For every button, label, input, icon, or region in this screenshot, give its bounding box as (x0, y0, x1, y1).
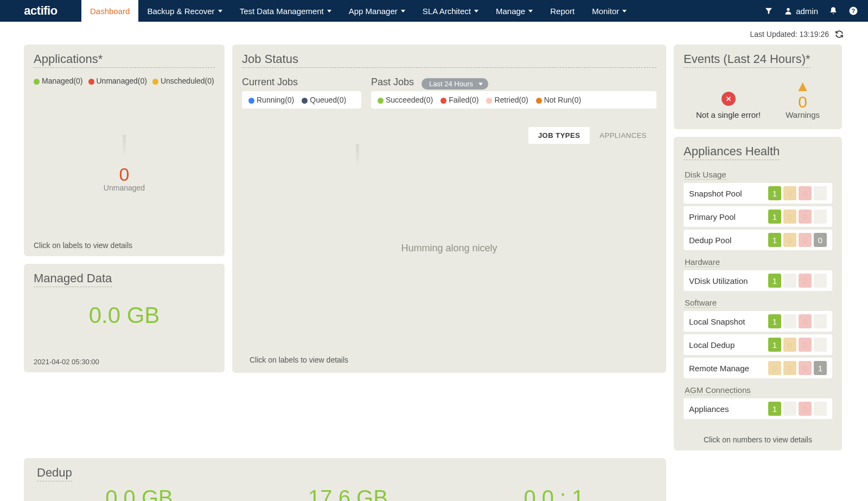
dedup-value: 0.0 GB (104, 486, 175, 501)
legend-label: Running(0) (257, 96, 294, 104)
events-errors[interactable]: Not a single error! (696, 92, 761, 119)
current-jobs-title: Current Jobs (242, 77, 361, 88)
legend-item[interactable]: Retried(0) (486, 96, 528, 104)
nav-item-label: Monitor (592, 7, 619, 16)
health-hint: Click on numbers to view details (684, 435, 832, 444)
nav-item-app-manager[interactable]: App Manager (340, 0, 414, 22)
health-row: Dedup Pool1000 (684, 230, 832, 250)
health-pill[interactable]: 0 (799, 210, 812, 224)
health-pill[interactable]: 0 (799, 274, 812, 288)
health-pill[interactable] (783, 274, 796, 288)
health-pill[interactable]: 1 (768, 314, 781, 328)
user-menu[interactable]: admin (778, 0, 824, 22)
appliances-health-card: Appliances Health Disk UsageSnapshot Poo… (674, 137, 842, 451)
legend-item[interactable]: Failed(0) (441, 96, 478, 104)
nav-item-sla-architect[interactable]: SLA Architect (414, 0, 487, 22)
job-status-card: Job Status Current Jobs Running(0)Queued… (232, 45, 666, 373)
legend-dot (486, 98, 492, 104)
legend-label: Unmanaged(0) (97, 77, 147, 85)
health-pill[interactable]: 0 (814, 233, 827, 247)
dedup-metric: 17.6 GBDedup Used (308, 486, 388, 501)
health-row: Appliances1 0 (684, 398, 832, 419)
managed-data-timestamp: 2021-04-02 05:30:00 (34, 358, 99, 366)
health-pill[interactable]: 0 (799, 402, 812, 416)
legend-item[interactable]: Unmanaged(0) (88, 77, 147, 85)
health-pill[interactable] (814, 402, 827, 416)
legend-item[interactable]: Queued(0) (302, 96, 346, 104)
health-pill[interactable]: 0 (799, 361, 812, 375)
nav-item-dashboard[interactable]: Dashboard (81, 0, 138, 22)
health-row-label: Primary Pool (689, 212, 766, 221)
legend-item[interactable]: Managed(0) (34, 77, 83, 85)
appliances-health-title: Appliances Health (684, 144, 780, 160)
legend-item[interactable]: Unscheduled(0) (152, 77, 214, 85)
user-icon (784, 7, 793, 15)
health-pill[interactable] (814, 274, 827, 288)
health-pill[interactable] (783, 402, 796, 416)
health-pill[interactable]: 0 (783, 361, 796, 375)
nav-item-backup-recover[interactable]: Backup & Recover (138, 0, 231, 22)
health-pill[interactable]: 0 (799, 314, 812, 328)
help-icon[interactable]: ? (843, 0, 868, 22)
health-pill[interactable]: 0 (799, 338, 812, 352)
bell-icon[interactable] (824, 0, 843, 22)
health-row: Local Dedup100 (684, 334, 832, 355)
legend-label: Succeeded(0) (386, 96, 433, 104)
nav-item-test-data-management[interactable]: Test Data Management (231, 0, 340, 22)
health-row-label: Local Dedup (689, 340, 766, 350)
applications-title: Applications* (34, 52, 215, 68)
health-section-title: Hardware (685, 257, 720, 267)
health-section-title: Software (685, 298, 717, 308)
warning-icon: ▲ (786, 79, 820, 94)
legend-label: Not Run(0) (544, 96, 581, 104)
health-pill[interactable]: 1 (768, 186, 781, 200)
legend-dot (152, 79, 158, 85)
legend-item[interactable]: Succeeded(0) (378, 96, 433, 104)
health-row-label: VDisk Utilization (689, 276, 766, 286)
nav-item-label: Manage (496, 7, 525, 16)
health-pill[interactable] (814, 186, 827, 200)
health-pill[interactable]: 0 (783, 210, 796, 224)
health-pill[interactable]: 1 (768, 402, 781, 416)
health-pill[interactable]: 0 (799, 186, 812, 200)
legend-item[interactable]: Not Run(0) (536, 96, 581, 104)
job-status-body: Humming along nicely (242, 144, 656, 352)
tab-appliances[interactable]: APPLIANCES (590, 127, 656, 144)
health-pill[interactable]: 1 (768, 233, 781, 247)
health-pill[interactable]: 0 (783, 338, 796, 352)
nav-item-label: Report (550, 7, 575, 16)
health-pill[interactable] (814, 210, 827, 224)
nav-item-monitor[interactable]: Monitor (583, 0, 635, 22)
applications-legend: Managed(0)Unmanaged(0)Unscheduled(0) (34, 77, 215, 85)
svg-text:?: ? (852, 8, 855, 14)
health-pill[interactable]: 0 (799, 233, 812, 247)
health-pill[interactable]: 0 (783, 233, 796, 247)
filter-icon[interactable] (759, 0, 778, 22)
health-pill[interactable]: 1 (768, 338, 781, 352)
health-row-label: Dedup Pool (689, 236, 766, 245)
last-updated-row: Last Updated: 13:19:26 (0, 22, 868, 39)
nav-item-manage[interactable]: Manage (487, 0, 541, 22)
job-status-hint: Click on labels to view details (250, 356, 656, 364)
health-pill[interactable] (814, 338, 827, 352)
health-pill[interactable]: 0 (783, 186, 796, 200)
health-pill[interactable] (814, 314, 827, 328)
health-pill[interactable]: 1 (814, 361, 827, 375)
health-section-title: Disk Usage (685, 170, 726, 180)
health-pill[interactable]: 0 (768, 361, 781, 375)
health-pill[interactable] (783, 314, 796, 328)
health-pill[interactable]: 1 (768, 274, 781, 288)
job-status-message: Humming along nicely (401, 243, 497, 254)
time-range-dropdown[interactable]: Last 24 Hours (422, 78, 488, 90)
tab-job-types[interactable]: JOB TYPES (528, 127, 590, 144)
refresh-icon[interactable] (834, 29, 844, 39)
unmanaged-count[interactable]: 0 (119, 165, 130, 183)
health-row: Snapshot Pool100 (684, 183, 832, 204)
legend-label: Managed(0) (42, 77, 83, 85)
events-warnings[interactable]: ▲ 0 Warnings (786, 79, 820, 119)
legend-item[interactable]: Running(0) (248, 96, 294, 104)
brand-logo: actifio (0, 0, 81, 22)
health-pill[interactable]: 1 (768, 210, 781, 224)
legend-label: Failed(0) (449, 96, 478, 104)
nav-item-report[interactable]: Report (541, 0, 583, 22)
